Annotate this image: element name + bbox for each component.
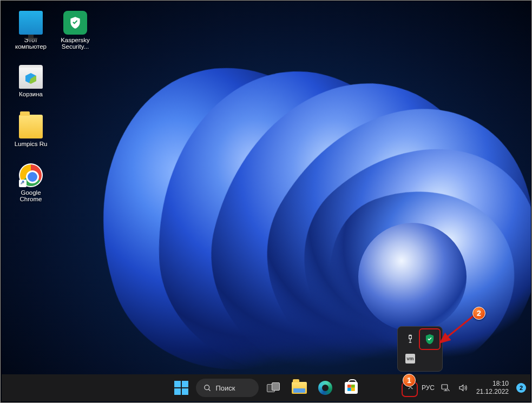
svg-rect-1 [442,385,448,389]
taskbar-search[interactable]: Поиск [196,379,259,397]
annotation-badge-2: 2 [472,307,485,320]
monitor-icon [19,11,43,35]
icon-label: Lumpics Ru [11,141,51,147]
tray-item-usb-eject[interactable] [401,330,419,348]
svg-point-0 [204,385,209,389]
start-button[interactable] [170,376,193,399]
search-label: Поиск [216,384,235,392]
tray-overflow-popup: vm [397,326,443,372]
annotation-badge-1: 1 [403,374,416,387]
taskbar-center: Поиск [170,376,363,399]
taskbar-clock[interactable]: 18:10 21.12.2022 [472,380,513,396]
tray-volume[interactable] [455,377,471,399]
language-indicator[interactable]: РУС [420,377,436,399]
windows-logo-icon [174,381,188,395]
network-icon [441,383,450,393]
tray-item-kaspersky[interactable] [421,330,439,348]
taskbar-app-store[interactable] [340,376,363,399]
desktop-icon-this-pc[interactable]: Этот компьютер [11,11,51,50]
date: 21.12.2022 [476,388,509,396]
task-view-button[interactable] [262,376,285,399]
desktop-wallpaper[interactable]: Этот компьютер Kaspersky Security... Кор… [1,1,531,402]
ms-store-icon [345,382,358,394]
notification-count-badge[interactable]: 2 [516,383,526,393]
tray-network[interactable] [437,377,454,399]
taskbar: Поиск РУС [2,374,530,401]
task-view-icon [267,382,280,393]
tray-item-vmware[interactable]: vm [401,349,419,368]
taskbar-right: РУС 18:10 21.12.2022 2 [403,377,526,399]
shield-icon [63,11,87,35]
desktop-icon-chrome[interactable]: Google Chrome [11,163,51,202]
search-icon [203,384,212,392]
desktop-icon-folder-lumpics[interactable]: Lumpics Ru [11,115,51,147]
folder-icon [19,115,43,138]
volume-icon [458,383,468,393]
time: 18:10 [476,380,509,388]
taskbar-app-edge[interactable] [314,376,337,399]
icon-label: Google Chrome [11,189,51,202]
edge-icon [318,381,332,395]
chrome-icon [19,163,43,187]
taskbar-app-explorer[interactable] [288,376,311,399]
recycle-bin-icon [19,65,43,89]
desktop-icon-recycle-bin[interactable]: Корзина [11,65,51,97]
icon-label: Корзина [11,91,51,97]
desktop-icon-kaspersky[interactable]: Kaspersky Security... [55,11,95,50]
vmware-icon: vm [405,354,415,364]
annotation-highlight-2 [419,328,441,350]
icon-label: Kaspersky Security... [55,37,95,50]
file-explorer-icon [292,382,307,394]
